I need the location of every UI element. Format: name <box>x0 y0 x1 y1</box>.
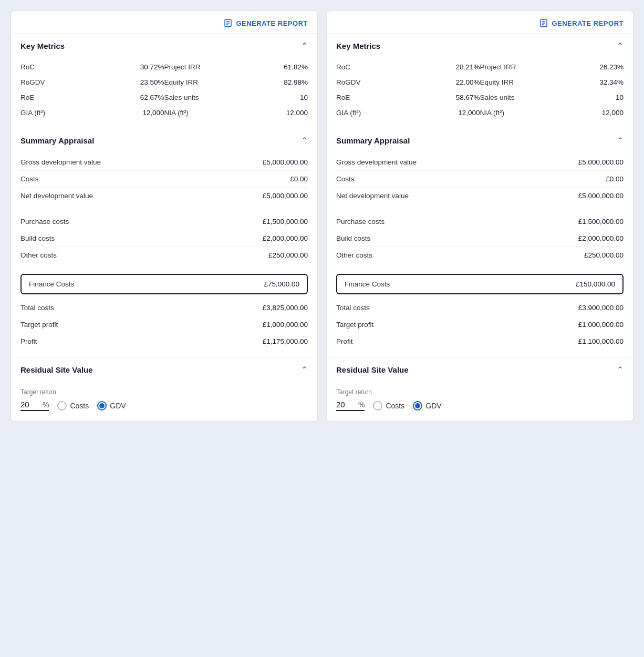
appraisal-row: Profit £1,175,000.00 <box>20 333 308 350</box>
metric-value: 82.98% <box>205 78 308 86</box>
residual-site-value-header: Residual Site Value ⌃ <box>11 357 317 381</box>
rsv-controls-section: Target return % Costs GDV <box>11 381 317 420</box>
appraisal-row: Costs £0.00 <box>20 171 308 188</box>
metric-label: RoE <box>20 94 57 101</box>
cost-label: Other costs <box>20 251 57 259</box>
metric-pair: GIA (ft²) 12,000 <box>336 105 480 120</box>
appraisal-value: £3,825,000.00 <box>263 304 308 312</box>
appraisal-value: £3,900,000.00 <box>578 304 624 312</box>
appraisal-value: £5,000,000.00 <box>263 192 308 200</box>
appraisal-row: Net development value £5,000,000.00 <box>20 188 308 204</box>
metric-label: Sales units <box>164 94 201 101</box>
cost-label: Purchase costs <box>336 218 385 225</box>
appraisal-row: Gross development value £5,000,000.00 <box>20 154 308 171</box>
panels-container: GENERATE REPORT Key Metrics ⌃ RoC 30.72%… <box>11 11 633 422</box>
key-metrics-section: Key Metrics ⌃ RoC 30.72% Project IRR 61.… <box>11 34 317 128</box>
appraisal-row: Total costs £3,825,000.00 <box>20 300 308 316</box>
appraisal-label: Profit <box>20 337 37 345</box>
summary-appraisal-chevron[interactable]: ⌃ <box>301 136 308 146</box>
metric-label: Equity IRR <box>164 78 201 86</box>
summary-appraisal-section: Summary Appraisal ⌃ Gross development va… <box>11 128 317 357</box>
radio-group-costs[interactable]: Costs <box>57 401 89 410</box>
cost-label: Purchase costs <box>20 218 69 225</box>
radio-costs[interactable] <box>57 401 67 410</box>
metric-label: Sales units <box>480 94 517 101</box>
summary-appraisal-header: Summary Appraisal ⌃ <box>327 128 633 152</box>
radio-costs-label: Costs <box>70 402 89 410</box>
cost-label: Build costs <box>20 234 55 242</box>
radio-costs[interactable] <box>373 401 382 410</box>
rsv-input[interactable] <box>20 400 39 409</box>
metric-value: 62.67% <box>61 94 164 101</box>
finance-costs-value: £75,000.00 <box>264 280 299 288</box>
metric-value: 58.67% <box>377 94 480 101</box>
residual-site-value-header: Residual Site Value ⌃ <box>327 357 633 381</box>
radio-gdv[interactable] <box>413 401 422 410</box>
appraisal-row: Gross development value £5,000,000.00 <box>336 154 624 171</box>
cost-label: Other costs <box>336 251 372 259</box>
cost-value: £2,000,000.00 <box>263 234 308 242</box>
appraisal-label: Profit <box>336 337 353 345</box>
summary-appraisal-chevron[interactable]: ⌃ <box>617 136 624 146</box>
metric-value: 10 <box>521 94 624 101</box>
finance-costs-row: Finance Costs £150,000.00 <box>336 274 624 294</box>
key-metrics-chevron[interactable]: ⌃ <box>301 41 308 51</box>
appraisal-value: £0.00 <box>290 175 308 183</box>
metric-pair: GIA (ft²) 12,000 <box>20 105 164 120</box>
metric-pair: NIA (ft²) 12,000 <box>164 105 308 120</box>
residual-site-value-section: Residual Site Value ⌃ Target return % Co… <box>327 357 633 421</box>
metric-value: 22.00% <box>377 78 480 86</box>
metric-pair: RoE 58.67% <box>336 90 480 105</box>
finance-costs-value: £150,000.00 <box>576 280 615 288</box>
appraisal-value: £1,000,000.00 <box>263 321 308 328</box>
rsv-input-wrap: % <box>20 400 49 411</box>
appraisal-value: £5,000,000.00 <box>263 158 308 166</box>
generate-report-label: GENERATE REPORT <box>236 19 308 27</box>
appraisal-label: Costs <box>336 175 355 183</box>
metric-pair: Equity IRR 32.34% <box>480 75 624 90</box>
radio-costs-label: Costs <box>386 402 404 410</box>
report-icon <box>539 18 548 28</box>
residual-site-value-chevron[interactable]: ⌃ <box>617 365 624 375</box>
cost-value: £250,000.00 <box>268 251 308 259</box>
key-metrics-title: Key Metrics <box>336 42 380 50</box>
metric-value: 26.23% <box>521 63 624 71</box>
appraisal-row: Costs £0.00 <box>336 171 624 188</box>
radio-gdv[interactable] <box>97 401 107 410</box>
appraisal-row: Target profit £1,000,000.00 <box>336 316 624 333</box>
rsv-percent: % <box>358 401 365 409</box>
metric-pair: Sales units 10 <box>164 90 308 105</box>
summary-appraisal-title: Summary Appraisal <box>336 136 410 145</box>
rsv-input[interactable] <box>336 400 355 409</box>
radio-gdv-inner <box>99 403 105 408</box>
metric-pair: RoGDV 22.00% <box>336 75 480 90</box>
generate-report-button[interactable]: GENERATE REPORT <box>539 18 624 28</box>
appraisal-bottom-rows: Total costs £3,825,000.00 Target profit … <box>11 297 317 357</box>
cost-label: Build costs <box>336 234 370 242</box>
radio-gdv-label: GDV <box>110 402 126 410</box>
radio-group-costs[interactable]: Costs <box>373 401 404 410</box>
appraisal-value: £5,000,000.00 <box>578 158 624 166</box>
generate-report-button[interactable]: GENERATE REPORT <box>223 18 308 28</box>
metric-label: GIA (ft²) <box>20 109 57 117</box>
cost-rows: Purchase costs £1,500,000.00 Build costs… <box>11 211 317 271</box>
radio-group-gdv[interactable]: GDV <box>97 401 126 410</box>
finance-costs-label: Finance Costs <box>29 280 74 288</box>
residual-site-value-section: Residual Site Value ⌃ Target return % Co… <box>11 357 317 421</box>
metric-label: NIA (ft²) <box>480 109 517 117</box>
residual-site-value-chevron[interactable]: ⌃ <box>301 365 308 375</box>
appraisal-label: Gross development value <box>20 158 101 166</box>
costs-row: Build costs £2,000,000.00 <box>20 230 308 247</box>
appraisal-bottom-rows: Total costs £3,900,000.00 Target profit … <box>327 297 633 357</box>
metric-value: 10 <box>205 94 308 101</box>
costs-row: Purchase costs £1,500,000.00 <box>336 213 624 230</box>
metric-value: 61.82% <box>205 63 308 71</box>
panel-1: GENERATE REPORT Key Metrics ⌃ RoC 30.72%… <box>11 11 318 422</box>
finance-costs-row: Finance Costs £75,000.00 <box>20 274 308 294</box>
appraisal-label: Total costs <box>20 304 54 312</box>
target-return-label: Target return <box>20 388 308 396</box>
appraisal-label: Target profit <box>336 321 373 328</box>
rsv-percent: % <box>43 401 49 409</box>
radio-group-gdv[interactable]: GDV <box>413 401 441 410</box>
key-metrics-chevron[interactable]: ⌃ <box>617 41 624 51</box>
